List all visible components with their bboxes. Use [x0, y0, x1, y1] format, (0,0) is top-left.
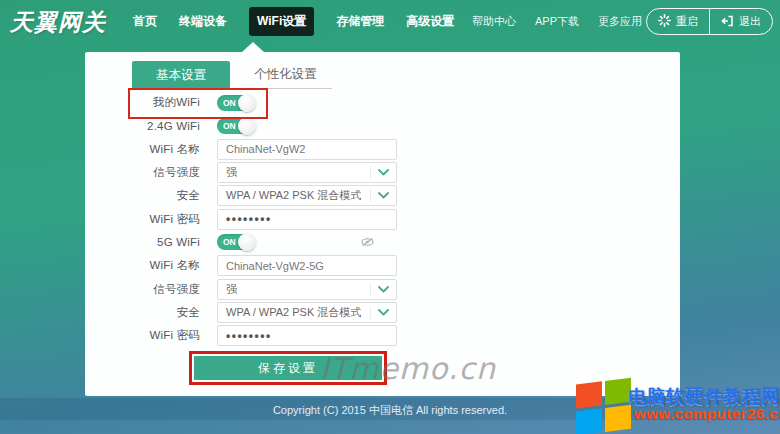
logout-icon [721, 15, 734, 29]
row-wifi-2g-signal: 信号强度 强 [85, 161, 680, 184]
wifi-5g-security-select[interactable]: WPA / WPA2 PSK 混合模式 [217, 302, 397, 323]
row-wifi-2g-security: 安全 WPA / WPA2 PSK 混合模式 [85, 184, 680, 207]
link-more-apps[interactable]: 更多应用 [598, 14, 642, 29]
wifi-settings-panel: 基本设置 个性化设置 我的WiFi ON 2.4G WiFi ON WiF [85, 52, 680, 396]
nav-item-home[interactable]: 首页 [133, 13, 157, 30]
my-wifi-label: 我的WiFi [85, 95, 200, 110]
row-my-wifi: 我的WiFi ON [85, 91, 680, 114]
tab-basic-settings[interactable]: 基本设置 [132, 61, 230, 89]
link-app-download[interactable]: APP下载 [535, 14, 579, 29]
site-badge-url: www.computer26.com [634, 405, 780, 422]
restart-label: 重启 [676, 14, 698, 29]
row-wifi-2g-password: WiFi 密码 [85, 207, 680, 230]
settings-tabs: 基本设置 个性化设置 [132, 61, 332, 89]
wifi-2g-security-select[interactable]: WPA / WPA2 PSK 混合模式 [217, 185, 397, 206]
top-navbar: 天翼网关 首页 终端设备 WiFi设置 存储管理 高级设置 帮助中心 APP下载… [0, 0, 780, 42]
wifi-2g-security-label: 安全 [85, 188, 200, 203]
wifi-5g-toggle[interactable]: ON [217, 234, 255, 250]
wifi-settings-form: 我的WiFi ON 2.4G WiFi ON WiFi 名称 [85, 91, 680, 347]
tab-personal-settings[interactable]: 个性化设置 [239, 61, 332, 89]
select-value: WPA / WPA2 PSK 混合模式 [218, 305, 361, 320]
chevron-down-icon [370, 189, 396, 202]
wifi-2g-toggle[interactable]: ON [217, 118, 255, 134]
nav-item-wifi-settings[interactable]: WiFi设置 [249, 7, 314, 36]
brand-logo: 天翼网关 [10, 7, 106, 38]
toggle-knob [238, 94, 256, 112]
flag-pane-blue [576, 408, 602, 434]
row-wifi-2g: 2.4G WiFi ON [85, 114, 680, 137]
chevron-down-icon [370, 283, 396, 296]
wifi-2g-signal-label: 信号强度 [85, 165, 200, 180]
wifi-5g-password-input[interactable] [217, 325, 397, 346]
wifi-5g-signal-label: 信号强度 [85, 282, 200, 297]
row-wifi-5g-security: 安全 WPA / WPA2 PSK 混合模式 [85, 301, 680, 324]
wifi-2g-password-label: WiFi 密码 [85, 212, 200, 227]
watermark-text: ITmemo.cn [320, 351, 496, 386]
toggle-on-text: ON [223, 118, 236, 134]
row-wifi-5g-name: WiFi 名称 [85, 254, 680, 277]
session-pill: 重启 退出 [646, 8, 773, 35]
row-wifi-5g-password: WiFi 密码 [85, 324, 680, 347]
wifi-5g-signal-select[interactable]: 强 [217, 279, 397, 300]
wifi-2g-password-input[interactable] [217, 209, 397, 230]
wifi-5g-label: 5G WiFi [85, 236, 200, 248]
restart-icon [658, 14, 671, 29]
nav-item-devices[interactable]: 终端设备 [179, 13, 227, 30]
row-wifi-5g: 5G WiFi ON [85, 231, 680, 254]
select-value: WPA / WPA2 PSK 混合模式 [218, 188, 361, 203]
logout-button[interactable]: 退出 [709, 9, 772, 34]
toggle-on-text: ON [223, 234, 236, 250]
toggle-knob [238, 233, 256, 251]
wifi-5g-password-label: WiFi 密码 [85, 328, 200, 343]
wifi-2g-label: 2.4G WiFi [85, 120, 200, 132]
wifi-5g-security-label: 安全 [85, 305, 200, 320]
logout-label: 退出 [739, 14, 761, 29]
windows-flag-icon [576, 378, 632, 434]
flag-pane-orange [576, 381, 602, 408]
wifi-5g-name-label: WiFi 名称 [85, 258, 200, 273]
link-help-center[interactable]: 帮助中心 [472, 14, 516, 29]
toggle-knob [238, 117, 256, 135]
nav-item-advanced[interactable]: 高级设置 [406, 13, 454, 30]
chevron-down-icon [370, 306, 396, 319]
select-value: 强 [218, 282, 237, 297]
utility-links: 帮助中心 APP下载 更多应用 [472, 0, 642, 42]
wifi-2g-name-input[interactable] [217, 139, 397, 160]
select-value: 强 [218, 165, 237, 180]
chevron-down-icon [370, 166, 396, 179]
row-wifi-5g-signal: 信号强度 强 [85, 277, 680, 300]
wifi-2g-signal-select[interactable]: 强 [217, 162, 397, 183]
my-wifi-toggle[interactable]: ON [217, 95, 255, 111]
nav-item-storage[interactable]: 存储管理 [336, 13, 384, 30]
eye-off-icon[interactable] [360, 236, 375, 248]
row-wifi-2g-name: WiFi 名称 [85, 138, 680, 161]
restart-button[interactable]: 重启 [647, 9, 709, 34]
wifi-2g-name-label: WiFi 名称 [85, 142, 200, 157]
main-nav: 首页 终端设备 WiFi设置 存储管理 高级设置 [133, 0, 454, 42]
wifi-5g-name-input[interactable] [217, 255, 397, 276]
toggle-on-text: ON [223, 95, 236, 111]
